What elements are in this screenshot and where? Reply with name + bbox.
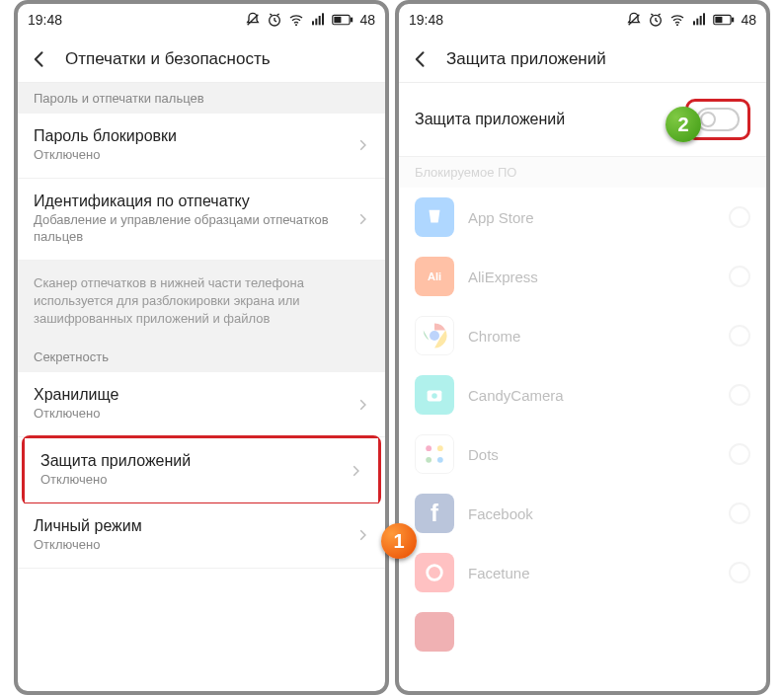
svg-rect-10: [335, 17, 342, 23]
app-radio[interactable]: [729, 502, 750, 524]
header-bar: Отпечатки и безопасность: [18, 36, 385, 83]
toggle-row-app-protection: Защита приложений: [399, 83, 766, 157]
signal-icon: [310, 12, 326, 28]
row-sub: Отключено: [34, 406, 348, 423]
screen-security: 19:48 48 Отпечатки и безопасность Пароль…: [14, 0, 389, 695]
app-row-appstore[interactable]: App Store: [399, 188, 766, 247]
chevron-right-icon: [349, 464, 362, 478]
app-icon: [415, 553, 454, 592]
back-icon[interactable]: [30, 49, 49, 69]
app-row-cutoff[interactable]: [399, 602, 766, 661]
page-title: Отпечатки и безопасность: [65, 49, 271, 69]
row-title: Хранилище: [34, 386, 348, 404]
chevron-right-icon: [355, 398, 369, 412]
svg-point-3: [295, 24, 297, 26]
annotation-marker-2: 2: [666, 107, 701, 142]
app-radio[interactable]: [729, 325, 750, 347]
screen-app-protection: 19:48 48 Защита приложений Защита прилож…: [395, 0, 770, 695]
svg-rect-18: [703, 13, 705, 25]
svg-point-14: [676, 24, 678, 26]
app-name: Facebook: [468, 505, 715, 522]
svg-rect-20: [732, 18, 734, 23]
battery-icon: [713, 13, 735, 27]
svg-point-30: [428, 566, 442, 580]
status-bar: 19:48 48: [18, 4, 385, 36]
svg-rect-15: [693, 21, 695, 25]
row-sub: Добавление и управление образцами отпеча…: [34, 212, 348, 246]
row-storage[interactable]: Хранилище Отключено: [18, 372, 385, 437]
app-row-chrome[interactable]: Chrome: [399, 306, 766, 365]
row-title: Пароль блокировки: [34, 127, 348, 145]
app-row-aliexpress[interactable]: Ali AliExpress: [399, 247, 766, 306]
app-name: App Store: [468, 209, 715, 226]
row-sub: Отключено: [40, 472, 341, 489]
app-row-dots[interactable]: Dots: [399, 425, 766, 484]
app-radio[interactable]: [729, 206, 750, 228]
app-icon: [415, 197, 454, 237]
annotation-marker-1: 1: [381, 523, 417, 559]
row-fingerprint-id[interactable]: Идентификация по отпечатку Добавление и …: [18, 179, 385, 261]
svg-rect-9: [351, 18, 353, 23]
svg-rect-6: [319, 16, 321, 25]
row-private-mode[interactable]: Личный режим Отключено: [18, 503, 385, 569]
toggle-label: Защита приложений: [415, 111, 565, 128]
app-name: CandyCamera: [468, 387, 715, 404]
highlight-app-protection: Защита приложений Отключено: [22, 435, 381, 505]
app-name: Dots: [468, 446, 715, 463]
app-radio[interactable]: [729, 266, 750, 287]
chevron-right-icon: [355, 212, 369, 226]
section-blocked-apps: Блокируемое ПО: [399, 157, 766, 188]
mute-icon: [626, 12, 642, 28]
svg-rect-7: [322, 13, 324, 25]
row-app-protection[interactable]: Защита приложений Отключено: [25, 438, 378, 502]
disabled-app-list: Блокируемое ПО App Store Ali AliExpress …: [399, 157, 766, 661]
row-sub: Отключено: [34, 147, 348, 164]
svg-point-29: [437, 457, 443, 463]
toggle-switch[interactable]: [696, 108, 740, 131]
svg-rect-4: [312, 21, 314, 25]
svg-point-28: [426, 457, 431, 463]
row-lock-password[interactable]: Пароль блокировки Отключено: [18, 114, 385, 179]
app-row-facetune[interactable]: Facetune: [399, 543, 766, 602]
svg-rect-5: [316, 19, 318, 26]
section-password: Пароль и отпечатки пальцев: [18, 83, 385, 114]
header-bar: Защита приложений: [399, 36, 766, 83]
page-title: Защита приложений: [446, 49, 606, 69]
row-title: Защита приложений: [40, 452, 341, 470]
svg-rect-17: [700, 16, 702, 25]
alarm-icon: [267, 12, 282, 28]
back-icon[interactable]: [411, 49, 431, 69]
app-radio[interactable]: [729, 562, 750, 583]
svg-point-25: [431, 393, 437, 399]
app-name: Facetune: [468, 565, 715, 581]
app-icon: [415, 375, 454, 415]
app-name: AliExpress: [468, 269, 715, 285]
status-time: 19:48: [28, 12, 62, 28]
app-icon: [415, 434, 454, 474]
app-row-candycamera[interactable]: CandyCamera: [399, 365, 766, 425]
row-title: Идентификация по отпечатку: [34, 193, 348, 210]
app-name: Chrome: [468, 328, 715, 345]
status-bar: 19:48 48: [399, 4, 766, 36]
svg-rect-16: [697, 19, 699, 26]
section-privacy: Секретность: [18, 342, 385, 372]
app-row-facebook[interactable]: f Facebook: [399, 484, 766, 543]
wifi-icon: [288, 12, 304, 28]
svg-point-27: [437, 445, 443, 451]
app-icon: [415, 612, 454, 652]
svg-rect-21: [716, 17, 723, 23]
app-radio[interactable]: [729, 384, 750, 406]
chevron-right-icon: [355, 138, 369, 152]
battery-icon: [332, 13, 353, 27]
app-radio[interactable]: [729, 443, 750, 465]
alarm-icon: [648, 12, 664, 28]
chevron-right-icon: [355, 528, 369, 542]
wifi-icon: [669, 12, 685, 28]
status-time: 19:48: [409, 12, 443, 28]
svg-point-26: [426, 445, 431, 451]
status-battery: 48: [359, 12, 375, 28]
app-icon: Ali: [415, 257, 454, 296]
mute-icon: [245, 12, 261, 28]
svg-point-23: [430, 331, 439, 341]
row-sub: Отключено: [34, 537, 348, 554]
